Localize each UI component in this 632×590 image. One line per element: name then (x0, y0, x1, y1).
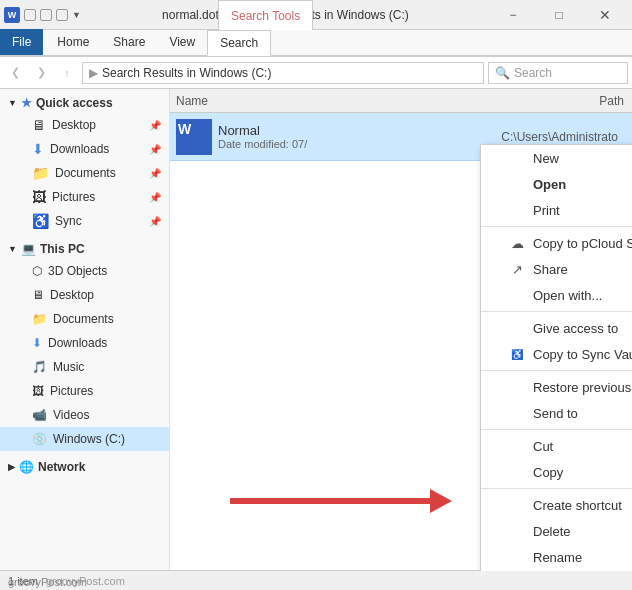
downloads-icon: ⬇ (32, 141, 44, 157)
sidebar-item-music[interactable]: 🎵 Music (0, 355, 169, 379)
tab-home[interactable]: Home (45, 29, 101, 55)
ctx-open-label: Open (533, 177, 566, 192)
ctx-sendto-label: Send to (533, 406, 578, 421)
search-tools-tab[interactable]: Search Tools (218, 0, 313, 30)
sidebar-item-3d-label: 3D Objects (48, 264, 107, 278)
quick-access-icon1 (24, 9, 36, 21)
sidebar: ▼ ★ Quick access 🖥 Desktop 📌 ⬇ Downloads… (0, 89, 170, 571)
file-name: Normal (218, 123, 501, 138)
ctx-send-to[interactable]: Send to ❯ (481, 400, 632, 426)
ctx-new[interactable]: New ❯ (481, 145, 632, 171)
sidebar-item-documents-pc[interactable]: 📁 Documents (0, 307, 169, 331)
ctx-new-label: New (533, 151, 559, 166)
sidebar-item-downloads-pc-label: Downloads (48, 336, 107, 350)
tab-search[interactable]: Search (207, 30, 271, 56)
sidebar-item-drive-label: Windows (C:) (53, 432, 125, 446)
quick-access-label: Quick access (36, 96, 113, 110)
back-button[interactable]: ❮ (4, 62, 26, 84)
col-path-header: Path (472, 94, 632, 108)
arrow-line (230, 498, 430, 504)
app-icon: W (4, 7, 20, 23)
arrow-indicator (230, 489, 452, 513)
documents-icon: 📁 (32, 165, 49, 181)
ctx-share[interactable]: ↗ Share (481, 256, 632, 282)
title-bar-icons: W ▼ (4, 7, 81, 23)
status-bar: 1 item groovyPost.com (0, 570, 632, 590)
pictures-icon: 🖼 (32, 189, 46, 205)
sidebar-item-windows-drive[interactable]: 💿 Windows (C:) (0, 427, 169, 451)
ctx-open[interactable]: Open (481, 171, 632, 197)
sidebar-item-desktop-pc-label: Desktop (50, 288, 94, 302)
search-box[interactable]: 🔍 Search (488, 62, 628, 84)
ctx-cut[interactable]: Cut (481, 433, 632, 459)
close-button[interactable]: ✕ (582, 0, 628, 30)
sidebar-item-sync-quick[interactable]: ♿ Sync 📌 (0, 209, 169, 233)
videos-icon: 📹 (32, 408, 47, 422)
address-path[interactable]: ▶ Search Results in Windows (C:) (82, 62, 484, 84)
sidebar-item-pictures-pc-label: Pictures (50, 384, 93, 398)
ctx-create-shortcut[interactable]: Create shortcut (481, 492, 632, 518)
pin-icon-pictures: 📌 (149, 192, 161, 203)
ribbon-tabs: File Home Share View Search (0, 30, 632, 56)
maximize-button[interactable]: □ (536, 0, 582, 30)
sidebar-item-pictures-quick[interactable]: 🖼 Pictures 📌 (0, 185, 169, 209)
path-text: Search Results in Windows (C:) (102, 66, 271, 80)
network-icon: 🌐 (19, 460, 34, 474)
quick-access-header[interactable]: ▼ ★ Quick access (0, 93, 169, 113)
window-controls: − □ ✕ (490, 0, 628, 30)
pictures-pc-icon: 🖼 (32, 384, 44, 398)
pin-icon-documents: 📌 (149, 168, 161, 179)
sidebar-item-desktop-quick[interactable]: 🖥 Desktop 📌 (0, 113, 169, 137)
ctx-pcloud-label: Copy to pCloud Sync (533, 236, 632, 251)
network-header[interactable]: ▶ 🌐 Network (0, 457, 169, 477)
ctx-rename[interactable]: Rename (481, 544, 632, 570)
ctx-delete-label: Delete (533, 524, 571, 539)
sidebar-item-downloads-quick[interactable]: ⬇ Downloads 📌 (0, 137, 169, 161)
path-arrow: ▶ (89, 66, 98, 80)
sidebar-item-3d[interactable]: ⬡ 3D Objects (0, 259, 169, 283)
ctx-print[interactable]: Print (481, 197, 632, 223)
sidebar-item-documents-quick[interactable]: 📁 Documents 📌 (0, 161, 169, 185)
ctx-sync-vault[interactable]: ♿ Copy to Sync Vault (481, 341, 632, 367)
ctx-give-access[interactable]: Give access to ❯ (481, 315, 632, 341)
ctx-divider-5 (481, 488, 632, 489)
quick-access-icon3 (56, 9, 68, 21)
dropdown-arrow: ▼ (72, 10, 81, 20)
tab-view[interactable]: View (157, 29, 207, 55)
documents-pc-icon: 📁 (32, 312, 47, 326)
network-expand-icon: ▶ (8, 462, 15, 472)
forward-button[interactable]: ❯ (30, 62, 52, 84)
address-bar: ❮ ❯ ↑ ▶ Search Results in Windows (C:) 🔍… (0, 57, 632, 89)
tab-file[interactable]: File (0, 29, 43, 55)
ctx-open-with[interactable]: Open with... (481, 282, 632, 308)
sidebar-item-pictures-label: Pictures (52, 190, 95, 204)
context-menu: New ❯ Open Print ☁ Copy to pCloud Sync ↗… (480, 144, 632, 571)
ctx-share-label: Share (533, 262, 568, 277)
sidebar-item-downloads-pc[interactable]: ⬇ Downloads (0, 331, 169, 355)
this-pc-header[interactable]: ▼ 💻 This PC (0, 239, 169, 259)
ctx-pcloud[interactable]: ☁ Copy to pCloud Sync (481, 230, 632, 256)
sidebar-item-desktop-pc[interactable]: 🖥 Desktop (0, 283, 169, 307)
ctx-restore[interactable]: Restore previous versions (481, 374, 632, 400)
ctx-copy-label: Copy (533, 465, 563, 480)
ctx-share-icon: ↗ (509, 262, 525, 277)
arrow-head (430, 489, 452, 513)
minimize-button[interactable]: − (490, 0, 536, 30)
sidebar-item-videos[interactable]: 📹 Videos (0, 403, 169, 427)
title-bar: W ▼ Search Tools normal.dotm - Search Re… (0, 0, 632, 30)
tab-share[interactable]: Share (101, 29, 157, 55)
up-button[interactable]: ↑ (56, 62, 78, 84)
search-icon: 🔍 (495, 66, 510, 80)
ctx-copy[interactable]: Copy (481, 459, 632, 485)
drive-icon: 💿 (32, 432, 47, 446)
this-pc-expand-icon: ▼ (8, 244, 17, 254)
sidebar-item-pictures-pc[interactable]: 🖼 Pictures (0, 379, 169, 403)
desktop-pc-icon: 🖥 (32, 288, 44, 302)
col-name-header: Name (170, 94, 472, 108)
ctx-create-shortcut-label: Create shortcut (533, 498, 622, 513)
ctx-sync-icon: ♿ (509, 349, 525, 360)
ctx-divider-4 (481, 429, 632, 430)
file-details: Normal Date modified: 07/ (218, 123, 501, 150)
ctx-openwith-label: Open with... (533, 288, 602, 303)
ctx-delete[interactable]: Delete (481, 518, 632, 544)
